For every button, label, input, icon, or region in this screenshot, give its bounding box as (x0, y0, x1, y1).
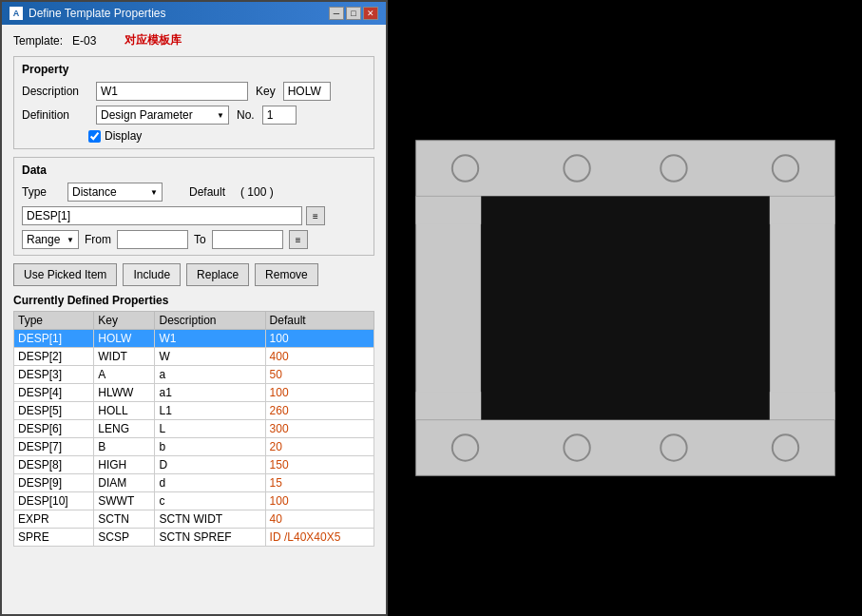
property-group: Property Description Key Definition Desi… (13, 56, 374, 149)
expr-row: ≡ (22, 206, 366, 225)
title-bar: A Define Template Properties ─ □ ✕ (2, 2, 386, 25)
use-picked-button[interactable]: Use Picked Item (13, 263, 117, 286)
col-header-type: Type (14, 312, 94, 330)
col-header-default: Default (265, 312, 374, 330)
from-input[interactable] (117, 230, 188, 249)
default-label: Default (189, 185, 225, 199)
default-value: ( 100 ) (240, 185, 274, 199)
display-checkbox[interactable] (88, 130, 101, 143)
range-calc-button[interactable]: ≡ (289, 230, 308, 249)
type-label: Type (22, 185, 60, 199)
type-row: Type Distance ▼ Default ( 100 ) (22, 183, 366, 202)
dialog-panel: A Define Template Properties ─ □ ✕ Templ… (0, 0, 388, 616)
table-row[interactable]: DESP[10]SWWTc100 (14, 492, 374, 510)
maximize-button[interactable]: □ (346, 7, 361, 20)
remove-button[interactable]: Remove (255, 263, 318, 286)
type-dropdown-value: Distance (72, 185, 117, 199)
minimize-button[interactable]: ─ (329, 7, 344, 20)
canvas-area (388, 0, 862, 616)
definition-row: Definition Design Parameter ▼ No. (22, 106, 366, 125)
template-value: E-03 (72, 34, 96, 48)
to-input[interactable] (212, 230, 283, 249)
properties-table: Type Key Description Default DESP[1]HOLW… (13, 311, 374, 547)
svg-rect-7 (415, 392, 481, 419)
table-row[interactable]: DESP[9]DIAMd15 (14, 474, 374, 492)
table-row[interactable]: DESP[4]HLWWa1100 (14, 384, 374, 402)
table-row[interactable]: DESP[6]LENGL300 (14, 420, 374, 438)
template-label: Template: (13, 34, 63, 48)
dropdown-arrow-icon: ▼ (217, 111, 224, 120)
replace-button[interactable]: Replace (186, 263, 249, 286)
svg-rect-8 (769, 392, 834, 419)
svg-rect-6 (769, 196, 834, 223)
window-controls: ─ □ ✕ (329, 7, 378, 20)
property-section-title: Property (22, 63, 366, 76)
definition-dropdown[interactable]: Design Parameter ▼ (96, 106, 229, 125)
svg-rect-5 (415, 196, 481, 223)
table-row[interactable]: DESP[3]Aa50 (14, 366, 374, 384)
display-row: Display (88, 129, 366, 143)
include-button[interactable]: Include (123, 263, 181, 286)
description-input[interactable] (96, 82, 248, 101)
app-icon: A (10, 7, 23, 20)
data-section-title: Data (22, 164, 366, 177)
expr-calc-button[interactable]: ≡ (306, 206, 325, 225)
no-input[interactable] (262, 106, 297, 125)
properties-title: Currently Defined Properties (13, 294, 374, 307)
table-row[interactable]: EXPRSCTNSCTN WIDT40 (14, 510, 374, 529)
expr-input[interactable] (22, 206, 302, 225)
table-row[interactable]: DESP[7]Bb20 (14, 438, 374, 456)
range-row: Range ▼ From To ≡ (22, 230, 366, 249)
svg-rect-4 (481, 196, 770, 419)
no-label: No. (237, 108, 255, 122)
template-link[interactable]: 对应模板库 (125, 32, 182, 48)
table-row[interactable]: DESP[8]HIGHD150 (14, 456, 374, 474)
table-row[interactable]: DESP[5]HOLLL1260 (14, 402, 374, 420)
template-row: Template: E-03 对应模板库 (13, 32, 374, 48)
svg-rect-2 (415, 196, 481, 419)
range-dropdown-arrow-icon: ▼ (67, 236, 74, 244)
data-group: Data Type Distance ▼ Default ( 100 ) ≡ R… (13, 157, 374, 256)
table-row[interactable]: SPRESCSPSCTN SPREFID /L40X40X5 (14, 529, 374, 547)
range-dropdown[interactable]: Range ▼ (22, 230, 79, 249)
close-button[interactable]: ✕ (363, 7, 378, 20)
to-label: To (194, 233, 206, 246)
col-header-desc: Description (155, 312, 265, 330)
from-label: From (85, 233, 111, 246)
description-row: Description Key (22, 82, 366, 101)
properties-table-body: DESP[1]HOLWW1100DESP[2]WIDTW400DESP[3]Aa… (14, 330, 374, 547)
dialog-body: Template: E-03 对应模板库 Property Descriptio… (2, 25, 386, 614)
dialog-title: Define Template Properties (29, 7, 166, 20)
table-row[interactable]: DESP[1]HOLWW1100 (14, 330, 374, 348)
action-buttons: Use Picked Item Include Replace Remove (13, 263, 374, 286)
definition-dropdown-value: Design Parameter (101, 108, 193, 122)
key-input[interactable] (283, 82, 331, 101)
svg-rect-3 (769, 196, 834, 419)
shape-svg (397, 108, 853, 508)
display-label: Display (105, 129, 142, 143)
title-bar-left: A Define Template Properties (10, 7, 166, 20)
definition-label: Definition (22, 108, 88, 122)
type-dropdown-arrow-icon: ▼ (150, 188, 158, 197)
table-row[interactable]: DESP[2]WIDTW400 (14, 348, 374, 366)
key-label: Key (256, 85, 276, 98)
type-dropdown[interactable]: Distance ▼ (67, 183, 163, 202)
table-header-row: Type Key Description Default (14, 312, 374, 330)
range-dropdown-value: Range (27, 233, 60, 246)
col-header-key: Key (94, 312, 155, 330)
description-label: Description (22, 85, 88, 98)
properties-section: Currently Defined Properties Type Key De… (13, 294, 374, 547)
